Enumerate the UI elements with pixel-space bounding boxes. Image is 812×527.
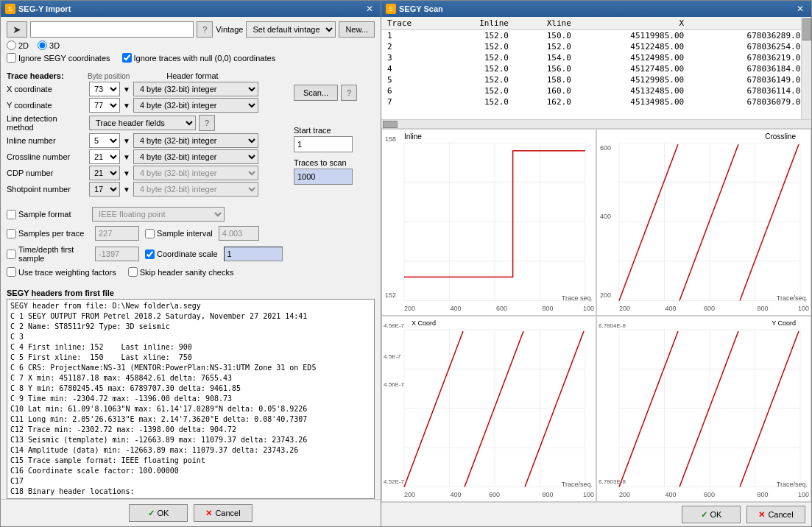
new-button[interactable]: New... xyxy=(339,21,375,38)
inline-canvas xyxy=(382,130,596,316)
sample-format-label[interactable]: Sample format xyxy=(7,210,89,219)
right-title: SEGY Scan xyxy=(399,4,443,13)
crossline-y-200: 200 xyxy=(600,291,611,299)
col-xline: Xline xyxy=(515,17,577,30)
sample-interval-input[interactable] xyxy=(219,226,259,241)
skip-header-check[interactable] xyxy=(128,267,138,277)
cdp-byte[interactable]: 21 xyxy=(89,166,120,180)
shotpoint-byte[interactable]: 17 xyxy=(89,182,120,197)
crossline-byte[interactable]: 21 xyxy=(89,149,120,164)
inline-x-400: 400 xyxy=(451,305,462,312)
xcoord-x-label: Trace/seq. xyxy=(562,481,593,488)
file-input[interactable] xyxy=(30,21,194,38)
right-close-button[interactable]: ✕ xyxy=(794,4,807,14)
time-depth-check[interactable] xyxy=(7,250,16,259)
crossline-y-600: 600 xyxy=(600,144,611,152)
inline-byte[interactable]: 5 xyxy=(89,133,120,148)
table-row: 6152.0160.045132485.00678036114.00 xyxy=(381,85,811,96)
ok-button[interactable]: ✓ OK xyxy=(129,504,188,522)
radio-3d-label[interactable]: 3D xyxy=(38,40,60,50)
arrow-button[interactable]: ➤ xyxy=(7,21,27,38)
samples-input[interactable] xyxy=(95,226,139,241)
y-coord-type[interactable]: 4 byte (32-bit) integer xyxy=(133,98,258,113)
left-close-button[interactable]: ✕ xyxy=(363,4,376,14)
table-row: 1152.0150.045119985.00678036289.00 xyxy=(381,30,811,42)
header-format-label: Header format xyxy=(166,71,218,80)
scan-help[interactable]: ? xyxy=(341,85,357,101)
inline-type[interactable]: 4 byte (32-bit) integer xyxy=(133,133,258,148)
xcoord-canvas xyxy=(382,316,596,503)
y-coord-label: Y coordinate xyxy=(7,101,86,110)
line-detect-help[interactable]: ? xyxy=(199,115,215,131)
table-row: 7152.0162.045134985.00678036079.00 xyxy=(381,96,811,107)
inline-y-max: 158 xyxy=(385,135,396,143)
cdp-type[interactable]: 4 byte (32-bit) integer xyxy=(133,166,258,180)
inline-x-600: 600 xyxy=(496,305,507,312)
ignore-segy-check[interactable] xyxy=(7,53,16,63)
vintage-select[interactable]: Set default vintage xyxy=(246,21,336,38)
col-x: X xyxy=(577,17,690,30)
inline-x-800: 800 xyxy=(543,305,554,312)
scrollbar-thumb-v[interactable] xyxy=(802,18,811,40)
charts-grid: Inline Trace seq. 158 152 200 400 600 80… xyxy=(381,129,811,502)
left-title: SEG-Y Import xyxy=(18,4,71,13)
traces-to-scan-input[interactable] xyxy=(294,169,353,185)
line-detect-select[interactable]: Trace header fields xyxy=(89,116,196,130)
crossline-chart: Crossline Trace/seq. 600 400 200 200 400… xyxy=(596,129,811,316)
radio-2d[interactable] xyxy=(7,40,16,50)
use-weighting-label[interactable]: Use trace weighting factors xyxy=(7,267,116,277)
sample-format-check[interactable] xyxy=(7,210,16,219)
cdp-label: CDP number xyxy=(7,169,86,177)
time-depth-label[interactable]: Time/depth first sample xyxy=(7,245,89,263)
table-row: 2152.0152.045122485.00678036254.00 xyxy=(381,41,811,52)
scan-table: Trace Inline Xline X Y 1152.0150.0451199… xyxy=(381,17,811,107)
ycoord-x-label: Trace/seq. xyxy=(777,481,808,488)
right-ok-button[interactable]: ✓ OK xyxy=(682,506,741,523)
samples-check[interactable] xyxy=(7,229,16,238)
crossline-x-200: 200 xyxy=(619,305,630,312)
xcoord-label: X Coord xyxy=(412,319,436,327)
help-button[interactable]: ? xyxy=(197,21,213,38)
radio-2d-label[interactable]: 2D xyxy=(7,40,29,50)
start-trace-label: Start trace xyxy=(294,126,375,135)
right-cancel-button[interactable]: ✕ Cancel xyxy=(746,506,805,523)
right-titlebar: S SEGY Scan ✕ xyxy=(381,1,811,17)
line-detect-label: Line detection method xyxy=(7,114,86,132)
y-coord-byte[interactable]: 77 xyxy=(89,98,120,113)
time-depth-input[interactable] xyxy=(95,247,139,261)
coord-scale-input[interactable] xyxy=(224,247,283,261)
table-scrollbar-h[interactable] xyxy=(381,120,811,129)
skip-header-label[interactable]: Skip header sanity checks xyxy=(128,267,234,277)
use-weighting-check[interactable] xyxy=(7,267,16,277)
start-trace-input[interactable] xyxy=(294,136,353,152)
x-coord-type[interactable]: 4 byte (32-bit) integer xyxy=(133,82,258,96)
coord-scale-check[interactable] xyxy=(145,250,155,259)
x-coord-label: X coordinate xyxy=(7,85,86,93)
sample-format-select[interactable]: IEEE floating point xyxy=(92,207,225,222)
sample-interval-check[interactable] xyxy=(145,229,155,238)
ignore-segy-label[interactable]: Ignore SEGY coordinates xyxy=(7,53,110,63)
ignore-null-label[interactable]: Ignore traces with null (0,0) coordinate… xyxy=(122,53,276,63)
inline-chart-label: Inline xyxy=(404,132,422,141)
inline-x-0: 200 xyxy=(404,305,415,312)
inline-chart: Inline Trace seq. 158 152 200 400 600 80… xyxy=(381,129,596,316)
scan-button[interactable]: Scan... xyxy=(294,85,338,101)
crossline-type[interactable]: 4 byte (32-bit) integer xyxy=(133,149,258,164)
table-scrollbar-v[interactable] xyxy=(801,17,811,119)
x-coord-byte[interactable]: 73 xyxy=(89,82,120,96)
coord-scale-label[interactable]: Coordinate scale xyxy=(145,250,218,259)
sample-interval-label[interactable]: Sample interval xyxy=(145,229,213,238)
xcoord-y-max: 4.58E-7 xyxy=(384,322,404,329)
crossline-x-800: 800 xyxy=(758,305,769,312)
samples-label[interactable]: Samples per trace xyxy=(7,229,89,238)
right-window-icon: S xyxy=(386,4,396,14)
traces-to-scan-label: Traces to scan xyxy=(294,158,375,167)
segy-scan-window: S SEGY Scan ✕ Trace Inline Xline X Y 115… xyxy=(381,0,812,527)
ignore-null-check[interactable] xyxy=(122,53,132,63)
ycoord-chart: Y Coord Trace/seq. 6.7804E-8 6.7803E-8 2… xyxy=(596,316,811,503)
shotpoint-type[interactable]: 4 byte (32-bit) integer xyxy=(133,182,258,197)
radio-3d[interactable] xyxy=(38,40,47,50)
cancel-button[interactable]: ✕ Cancel xyxy=(194,504,253,522)
ycoord-y-max: 6.7804E-8 xyxy=(599,322,626,329)
ycoord-label: Y Coord xyxy=(772,319,796,327)
